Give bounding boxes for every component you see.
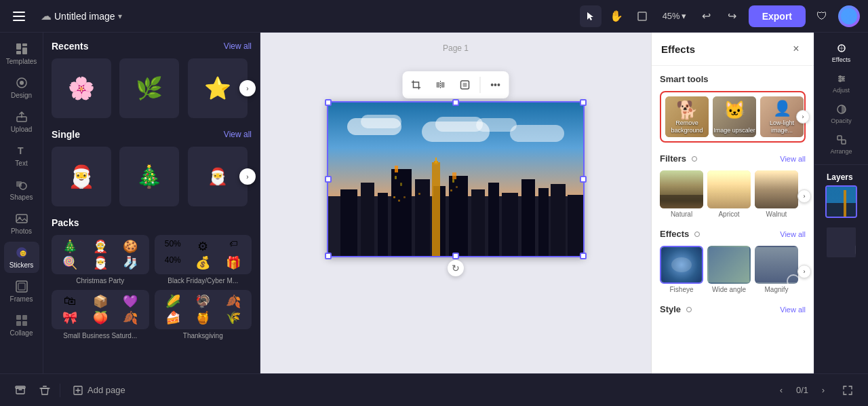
canvas-image[interactable]	[327, 101, 585, 257]
avatar[interactable]	[838, 5, 860, 27]
frame-tool-button[interactable]	[631, 5, 653, 27]
svg-rect-35	[395, 166, 398, 172]
recents-view-all[interactable]: View all	[224, 41, 252, 51]
smart-tool-upscaler[interactable]: 🐱 Image upscaler	[713, 96, 756, 137]
effects-panel: Effects × Smart tools 🐕 Remove backgroun…	[651, 33, 814, 373]
page-label: Page 1	[443, 43, 469, 53]
filters-next-button[interactable]: ›	[797, 189, 811, 203]
svg-rect-47	[395, 176, 397, 179]
tab-opacity[interactable]: Opacity	[820, 99, 863, 128]
shield-button[interactable]: 🛡	[811, 5, 833, 27]
layer-thumb-2[interactable]	[825, 226, 857, 259]
svg-rect-52	[403, 196, 406, 198]
single-view-all[interactable]: View all	[224, 130, 252, 139]
zoom-control[interactable]: 45% ▾	[657, 8, 692, 24]
effects-view-all[interactable]: View all	[780, 230, 806, 238]
app-logo[interactable]	[8, 5, 30, 27]
archive-button[interactable]	[11, 381, 30, 400]
more-options-button[interactable]: •••	[485, 74, 507, 96]
title-chevron-icon[interactable]: ▾	[118, 12, 122, 21]
walnut-thumb	[755, 170, 798, 208]
tab-effects[interactable]: Effects	[820, 38, 863, 67]
sidebar-stickers-label: Stickers	[9, 261, 34, 269]
hand-tool-button[interactable]: ✋	[606, 5, 627, 27]
sticker-single-3[interactable]: 🎅	[188, 147, 248, 206]
fit-page-button[interactable]	[838, 381, 857, 400]
filters-view-all[interactable]: View all	[780, 155, 806, 163]
filters-title: Filters	[660, 153, 686, 164]
filter-natural[interactable]: Natural	[660, 170, 703, 218]
walnut-label: Walnut	[755, 210, 798, 218]
sticker-recent-2[interactable]: 🌿	[119, 58, 179, 118]
svg-rect-3	[638, 12, 646, 20]
smart-tools-next-button[interactable]: ›	[796, 110, 810, 124]
pack-smallbusiness[interactable]: 🛍📦💜 🎀🍑🍂 Small Business Saturd...	[52, 290, 149, 339]
svg-rect-58	[435, 158, 437, 163]
svg-point-65	[839, 79, 842, 82]
prev-page-button[interactable]: ‹	[772, 381, 791, 400]
sidebar-item-frames[interactable]: Frames	[4, 276, 39, 307]
mask-tool-button[interactable]	[454, 74, 476, 96]
filter-apricot[interactable]: Apricot	[707, 170, 751, 218]
svg-rect-41	[488, 183, 499, 257]
smart-tools-grid: 🐕 Remove background 🐱 Image upscaler	[660, 91, 806, 143]
svg-rect-34	[391, 169, 412, 257]
svg-rect-67	[837, 136, 842, 140]
export-button[interactable]: Export	[749, 5, 806, 27]
delete-button[interactable]	[35, 381, 54, 400]
zoom-chevron-icon: ▾	[682, 11, 686, 21]
document-title[interactable]: Untitled image	[54, 11, 115, 22]
style-view-all[interactable]: View all	[780, 306, 806, 314]
redo-button[interactable]: ↪	[722, 5, 743, 27]
effects-close-button[interactable]: ×	[788, 41, 804, 57]
sticker-recent-1[interactable]: 🌸	[52, 58, 111, 118]
effects-dot	[694, 232, 700, 237]
tab-arrange[interactable]: Arrange	[820, 130, 863, 159]
sidebar-item-photos[interactable]: Photos	[4, 208, 39, 239]
sticker-single-2[interactable]: 🎄	[119, 147, 179, 206]
undo-button[interactable]: ↩	[696, 5, 717, 27]
flip-tool-button[interactable]	[430, 74, 452, 96]
layers-title: Layers	[820, 166, 860, 186]
sticker-single-1[interactable]: 🎅	[52, 147, 111, 206]
sidebar-item-collage[interactable]: Collage	[4, 310, 39, 341]
sidebar-item-upload[interactable]: Upload	[4, 106, 39, 137]
smart-tools-section: Smart tools 🐕 Remove background 🐱	[660, 74, 806, 143]
sidebar-item-design[interactable]: Design	[4, 72, 39, 103]
filters-header: Filters View all	[660, 153, 806, 164]
rotate-handle[interactable]: ↻	[448, 260, 464, 276]
effect-wideangle[interactable]: Wide angle	[707, 246, 751, 293]
pack-christmas[interactable]: 🎄🤶🍪 🍭🎅🧦 Christmas Party	[52, 235, 149, 284]
sidebar-item-templates[interactable]: Templates	[4, 38, 39, 69]
sidebar-item-shapes[interactable]: Shapes	[4, 174, 39, 205]
svg-rect-56	[432, 162, 440, 257]
left-sidebar: Templates Design Upload T Text Shapes Ph…	[0, 33, 43, 373]
tab-adjust[interactable]: Adjust	[820, 69, 863, 98]
smart-tool-remove-bg[interactable]: 🐕 Remove background	[665, 96, 709, 137]
sidebar-item-stickers[interactable]: 😊 Stickers	[4, 242, 39, 273]
effects-body: Smart tools 🐕 Remove background 🐱	[652, 66, 814, 373]
svg-point-64	[842, 77, 844, 80]
next-page-button[interactable]: ›	[814, 381, 833, 400]
svg-text:T: T	[18, 145, 24, 156]
pack-blackfriday[interactable]: 50%⚙🏷 40%💰🎁 Black Friday/Cyber M...	[155, 235, 252, 284]
effect-fisheye[interactable]: Fisheye	[660, 246, 703, 293]
right-sidebar: Effects Adjust Opacity Arrange Layers	[814, 33, 868, 373]
crop-tool-button[interactable]	[406, 74, 427, 96]
effects-next-button[interactable]: ›	[797, 265, 811, 278]
recents-next-button[interactable]: ›	[239, 80, 256, 96]
topbar: ☁ Untitled image ▾ ✋ 45% ▾ ↩ ↪ Export 🛡	[0, 0, 868, 33]
effects-effects-header: Effects View all	[660, 229, 806, 239]
layer-thumb-1[interactable]	[825, 185, 857, 218]
effect-magnify[interactable]: Magnify	[755, 246, 798, 293]
select-tool-button[interactable]	[580, 5, 601, 27]
single-next-button[interactable]: ›	[239, 168, 256, 185]
filter-walnut[interactable]: Walnut	[755, 170, 798, 218]
sticker-recent-3[interactable]: ⭐	[188, 58, 248, 118]
apricot-thumb	[707, 170, 751, 208]
sidebar-item-text[interactable]: T Text	[4, 140, 39, 171]
add-page-button[interactable]: Add page	[66, 381, 132, 400]
effect-grid: Fisheye Wide angle	[660, 246, 806, 293]
pack-thanksgiving[interactable]: 🌽🦃🍂 🍰🍯🌾 Thanksgiving	[155, 290, 252, 339]
tab-effects-label: Effects	[832, 56, 850, 63]
